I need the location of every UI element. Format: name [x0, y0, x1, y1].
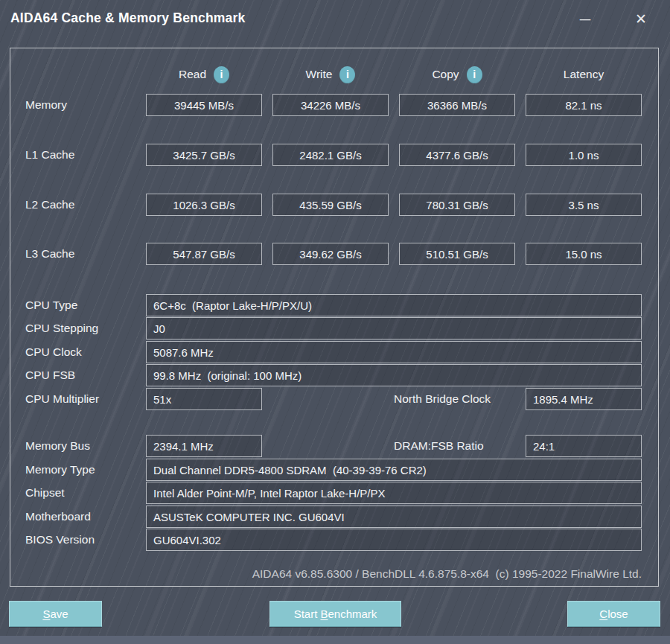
window-bottom-strip [0, 636, 670, 644]
l1-latency-value: 1.0 ns [526, 144, 642, 166]
cpu-multiplier-label: CPU Multiplier [25, 388, 99, 410]
start-benchmark-button-label: Start Benchmark [294, 608, 377, 620]
latency-header-label: Latency [564, 68, 604, 81]
chipset-label: Chipset [25, 482, 65, 504]
close-button[interactable]: ✕ [630, 7, 652, 30]
l3-latency-value: 15.0 ns [526, 243, 642, 265]
memory-type-label: Memory Type [25, 459, 95, 481]
dram-fsb-ratio-label: DRAM:FSB Ratio [394, 435, 484, 457]
dram-fsb-ratio-value-box: 24:1 [526, 435, 642, 457]
motherboard-value-box: ASUSTeK COMPUTER INC. GU604VI [146, 506, 642, 528]
chipset-value-box: Intel Alder Point-M/P, Intel Raptor Lake… [146, 482, 642, 504]
memory-type-value-box: Dual Channel DDR5-4800 SDRAM (40-39-39-7… [146, 459, 642, 481]
close-dialog-button-label: Close [599, 608, 628, 620]
cpu-fsb-label: CPU FSB [25, 364, 75, 386]
aida64-benchmark-window: AIDA64 Cache & Memory Benchmark — ✕ Read… [0, 0, 670, 644]
memory-copy-value: 36366 MB/s [399, 94, 515, 116]
l2-copy-value: 780.31 GB/s [399, 194, 515, 216]
memory-write-value: 34226 MB/s [272, 94, 389, 116]
version-copyright-text: AIDA64 v6.85.6300 / BenchDLL 4.6.875.8-x… [146, 566, 642, 582]
read-info-icon[interactable]: i [214, 66, 229, 83]
l2-read-value: 1026.3 GB/s [146, 194, 262, 216]
write-header-label: Write [306, 68, 333, 81]
l3-write-value: 349.62 GB/s [272, 243, 389, 265]
bios-version-label: BIOS Version [25, 529, 95, 551]
copy-header-label: Copy [432, 68, 459, 81]
benchmark-panel: Read i Write i Copy i Latency Memory 394… [10, 48, 659, 587]
l1-read-value: 3425.7 GB/s [146, 144, 262, 166]
row-label-memory: Memory [25, 94, 67, 116]
l3-copy-value: 510.51 GB/s [399, 243, 515, 265]
title-bar: AIDA64 Cache & Memory Benchmark — ✕ [0, 0, 670, 37]
row-label-l1-cache: L1 Cache [25, 144, 74, 166]
cpu-clock-label: CPU Clock [25, 341, 82, 363]
cpu-fsb-value-box: 99.8 MHz (original: 100 MHz) [146, 364, 642, 386]
l3-read-value: 547.87 GB/s [146, 243, 262, 265]
memory-bus-label: Memory Bus [25, 435, 90, 457]
l2-latency-value: 3.5 ns [526, 194, 642, 216]
column-header-latency: Latency [526, 63, 642, 86]
column-header-write: Write i [272, 63, 389, 86]
start-benchmark-button[interactable]: Start Benchmark [269, 601, 401, 627]
cpu-type-label: CPU Type [25, 294, 77, 316]
cpu-stepping-value-box: J0 [146, 317, 642, 339]
cpu-type-value-box: 6C+8c (Raptor Lake-H/P/PX/U) [146, 294, 642, 316]
save-button[interactable]: Save [9, 601, 102, 627]
l1-write-value: 2482.1 GB/s [272, 144, 389, 166]
minimize-icon: — [579, 12, 591, 26]
close-dialog-button[interactable]: Close [567, 601, 660, 627]
row-label-l2-cache: L2 Cache [25, 194, 74, 216]
window-title: AIDA64 Cache & Memory Benchmark [10, 10, 245, 26]
column-header-copy: Copy i [399, 63, 515, 86]
column-header-read: Read i [146, 63, 262, 86]
write-info-icon[interactable]: i [339, 66, 355, 83]
close-icon: ✕ [635, 10, 647, 27]
north-bridge-clock-label: North Bridge Clock [394, 388, 491, 410]
bios-version-value-box: GU604VI.302 [146, 529, 642, 551]
memory-latency-value: 82.1 ns [526, 94, 642, 116]
cpu-clock-value-box: 5087.6 MHz [146, 341, 642, 363]
row-label-l3-cache: L3 Cache [25, 243, 74, 265]
memory-bus-value-box: 2394.1 MHz [146, 435, 262, 457]
north-bridge-clock-value-box: 1895.4 MHz [526, 388, 642, 410]
l1-copy-value: 4377.6 GB/s [399, 144, 515, 166]
cpu-stepping-label: CPU Stepping [25, 317, 98, 339]
l2-write-value: 435.59 GB/s [272, 194, 389, 216]
read-header-label: Read [179, 68, 206, 81]
copy-info-icon[interactable]: i [467, 66, 482, 83]
minimize-button[interactable]: — [574, 7, 596, 30]
motherboard-label: Motherboard [25, 506, 91, 528]
cpu-multiplier-value-box: 51x [146, 388, 262, 410]
save-button-label: Save [42, 608, 68, 620]
memory-read-value: 39445 MB/s [146, 94, 262, 116]
